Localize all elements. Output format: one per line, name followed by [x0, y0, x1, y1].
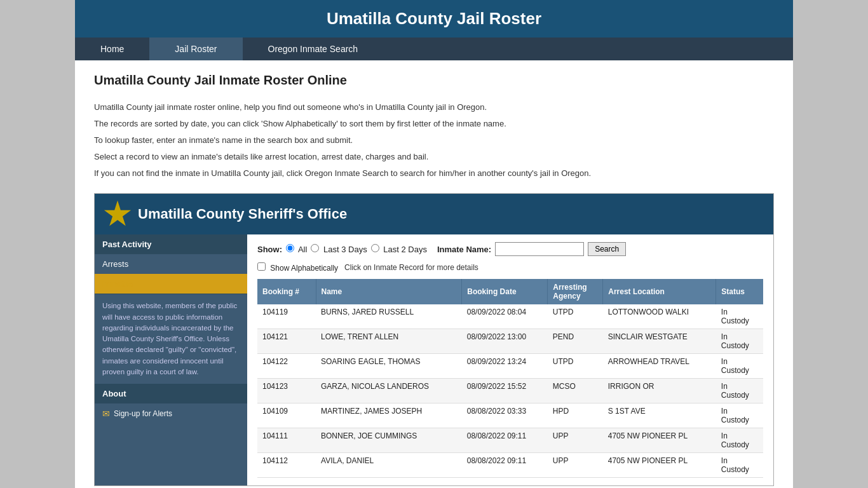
cell-location: 4705 NW PIONEER PL [603, 453, 716, 478]
table-row[interactable]: 104112 AVILA, DANIEL 08/08/2022 09:11 UP… [257, 453, 763, 478]
intro-line-1: Umatilla County jail inmate roster onlin… [94, 100, 774, 114]
page-title: Umatilla County Jail Inmate Roster Onlin… [94, 73, 774, 88]
col-arresting-agency: ArrestingAgency [548, 279, 603, 304]
sidebar-past-activity: Past Activity [95, 234, 247, 254]
nav-jail-roster[interactable]: Jail Roster [149, 37, 242, 60]
radio-last3-label[interactable]: Last 3 Days [311, 244, 367, 254]
cell-location: LOTTONWOOD WALKI [603, 304, 716, 329]
radio-last2-label[interactable]: Last 2 Days [371, 244, 427, 254]
cell-status: InCustody [716, 354, 763, 379]
site-title: Umatilla County Jail Roster [81, 9, 787, 29]
cell-status: InCustody [716, 453, 763, 478]
cell-name: GARZA, NICOLAS LANDEROS [316, 379, 462, 403]
table-header-row: Booking # Name Booking Date ArrestingAge… [257, 279, 763, 304]
cell-date: 08/08/2022 09:11 [462, 453, 548, 478]
cell-status: InCustody [716, 403, 763, 428]
show-alpha-label[interactable]: Show Alphabetically [257, 262, 338, 273]
sidebar-notice: Using this website, members of the publi… [95, 294, 247, 384]
sheriff-badge-icon [104, 200, 132, 228]
cell-agency: UTPD [548, 304, 603, 329]
cell-booking: 104119 [257, 304, 316, 329]
sidebar-alert-item[interactable]: ✉ Sign-up for Alerts [95, 403, 247, 424]
cell-booking: 104112 [257, 453, 316, 478]
show-alpha-text: Show Alphabetically [270, 264, 338, 273]
cell-name: BURNS, JARED RUSSELL [316, 304, 462, 329]
cell-booking: 104111 [257, 428, 316, 453]
table-row[interactable]: 104119 BURNS, JARED RUSSELL 08/09/2022 0… [257, 304, 763, 329]
cell-location: 4705 NW PIONEER PL [603, 428, 716, 453]
intro-text: Umatilla County jail inmate roster onlin… [94, 100, 774, 180]
cell-status: InCustody [716, 379, 763, 403]
col-booking-date: Booking Date [462, 279, 548, 304]
cell-name: BONNER, JOE CUMMINGS [316, 428, 462, 453]
click-note: Click on Inmate Record for more details [344, 263, 478, 272]
cell-name: LOWE, TRENT ALLEN [316, 329, 462, 354]
radio-last2-text: Last 2 Days [383, 245, 427, 254]
page-wrapper: Umatilla County Jail Roster Home Jail Ro… [75, 0, 793, 488]
cell-name: AVILA, DANIEL [316, 453, 462, 478]
table-row[interactable]: 104123 GARZA, NICOLAS LANDEROS 08/09/202… [257, 379, 763, 403]
widget-header-title: Umatilla County Sheriff's Office [138, 206, 347, 222]
alert-label: Sign-up for Alerts [114, 409, 172, 418]
radio-all-label[interactable]: All [286, 244, 307, 254]
sidebar-inmates[interactable]: Inmates [95, 274, 247, 294]
cell-status: InCustody [716, 428, 763, 453]
cell-date: 08/09/2022 08:04 [462, 304, 548, 329]
sidebar-about-header: About [95, 384, 247, 403]
cell-date: 08/08/2022 03:33 [462, 403, 548, 428]
cell-date: 08/08/2022 09:11 [462, 428, 548, 453]
inmate-table: Booking # Name Booking Date ArrestingAge… [257, 279, 763, 478]
cell-status: InCustody [716, 329, 763, 354]
widget-main: Show: All Last 3 Days Last 2 Days [247, 234, 773, 485]
show-label: Show: [257, 245, 282, 254]
cell-booking: 104123 [257, 379, 316, 403]
intro-line-3: To lookup faster, enter an inmate's name… [94, 133, 774, 147]
radio-last3-text: Last 3 Days [323, 245, 367, 254]
filter-row: Show: All Last 3 Days Last 2 Days [257, 242, 763, 256]
cell-date: 08/09/2022 13:00 [462, 329, 548, 354]
envelope-icon: ✉ [102, 409, 110, 419]
widget-header: Umatilla County Sheriff's Office [95, 194, 773, 234]
table-row[interactable]: 104121 LOWE, TRENT ALLEN 08/09/2022 13:0… [257, 329, 763, 354]
table-row[interactable]: 104111 BONNER, JOE CUMMINGS 08/08/2022 0… [257, 428, 763, 453]
col-booking: Booking # [257, 279, 316, 304]
radio-last2[interactable] [371, 244, 379, 252]
cell-booking: 104109 [257, 403, 316, 428]
content-area: Umatilla County Jail Inmate Roster Onlin… [75, 60, 793, 488]
col-arrest-location: Arrest Location [603, 279, 716, 304]
col-name: Name [316, 279, 462, 304]
col-status: Status [716, 279, 763, 304]
site-header: Umatilla County Jail Roster [75, 0, 793, 37]
radio-last3[interactable] [311, 244, 319, 252]
intro-line-5: If you can not find the inmate in Umatil… [94, 166, 774, 180]
widget-body: Past Activity Arrests Inmates Using this… [95, 234, 773, 485]
main-nav: Home Jail Roster Oregon Inmate Search [75, 37, 793, 60]
sidebar-arrests[interactable]: Arrests [95, 254, 247, 274]
cell-agency: UPP [548, 453, 603, 478]
cell-agency: PEND [548, 329, 603, 354]
radio-all[interactable] [286, 244, 294, 252]
cell-booking: 104121 [257, 329, 316, 354]
inmate-name-label: Inmate Name: [437, 245, 491, 254]
cell-location: S 1ST AVE [603, 403, 716, 428]
cell-name: MARTINEZ, JAMES JOSEPH [316, 403, 462, 428]
cell-agency: UPP [548, 428, 603, 453]
cell-agency: HPD [548, 403, 603, 428]
nav-oregon-inmate[interactable]: Oregon Inmate Search [243, 37, 384, 60]
intro-line-4: Select a record to view an inmate's deta… [94, 150, 774, 164]
table-row[interactable]: 104122 SOARING EAGLE, THOMAS 08/09/2022 … [257, 354, 763, 379]
show-alpha-checkbox[interactable] [257, 262, 266, 271]
cell-booking: 104122 [257, 354, 316, 379]
search-button[interactable]: Search [588, 242, 626, 256]
cell-status: InCustody [716, 304, 763, 329]
intro-line-2: The records are sorted by date, you can … [94, 117, 774, 131]
cell-name: SOARING EAGLE, THOMAS [316, 354, 462, 379]
cell-agency: MCSO [548, 379, 603, 403]
widget-sidebar: Past Activity Arrests Inmates Using this… [95, 234, 247, 485]
cell-agency: UTPD [548, 354, 603, 379]
table-row[interactable]: 104109 MARTINEZ, JAMES JOSEPH 08/08/2022… [257, 403, 763, 428]
search-input[interactable] [495, 242, 584, 256]
alpha-row: Show Alphabetically Click on Inmate Reco… [257, 262, 763, 273]
cell-location: SINCLAIR WESTGATE [603, 329, 716, 354]
nav-home[interactable]: Home [75, 37, 149, 60]
